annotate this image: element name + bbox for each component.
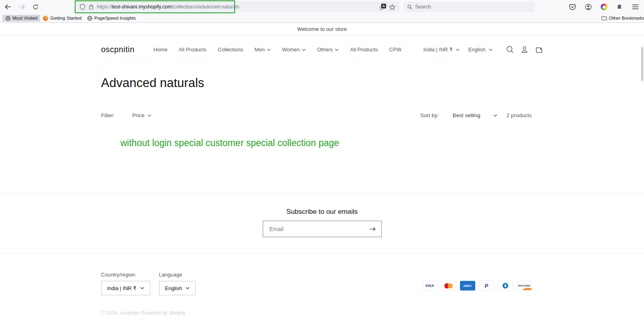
lock-icon — [89, 4, 94, 10]
bookmark-pagespeed-insights[interactable]: PageSpeed Insights — [84, 15, 139, 22]
chevron-down-icon — [335, 49, 339, 51]
email-field[interactable] — [263, 221, 382, 237]
clipped-copyright-text: © 2024, oscpnitin Powered by Shopify — [101, 310, 543, 316]
pocket-icon[interactable] — [567, 1, 578, 12]
globe-icon — [87, 16, 92, 21]
browser-search-bar[interactable] — [404, 2, 534, 12]
filter-label: Filter: — [101, 112, 115, 118]
product-count: 2 products — [506, 112, 532, 118]
reload-icon[interactable] — [30, 1, 41, 12]
filter-price[interactable]: Price — [132, 112, 151, 118]
bookmark-star-icon[interactable] — [389, 4, 395, 10]
firefox-icon — [43, 16, 48, 21]
shield-icon — [80, 4, 86, 10]
store-search-icon[interactable] — [506, 46, 514, 53]
search-icon — [407, 4, 412, 10]
url-bar[interactable]: https://test-shivani.myshopify.com/colle… — [76, 1, 399, 12]
chevron-down-icon — [147, 114, 151, 117]
folder-icon — [601, 16, 607, 20]
sort-by-label: Sort by: — [420, 112, 439, 118]
chevron-down-icon — [456, 49, 460, 51]
footer-language-selector[interactable]: English — [159, 281, 196, 295]
nav-collections[interactable]: Collections — [212, 44, 249, 55]
translate-icon[interactable]: 文A — [380, 4, 386, 10]
paypal-icon: P — [479, 281, 494, 291]
discover-icon: DISCOVER — [517, 281, 532, 291]
url-text: https://test-shivani.myshopify.com/colle… — [97, 4, 239, 10]
store-footer: Country/region India | INR ₹ Language En… — [101, 253, 543, 316]
chevron-down-icon — [186, 287, 190, 289]
gear-icon — [5, 16, 10, 21]
sort-select[interactable]: Best selling — [452, 112, 497, 118]
nav-all-products[interactable]: All Products — [173, 44, 212, 55]
header-language-selector[interactable]: English — [468, 47, 493, 53]
account-icon[interactable] — [583, 1, 594, 12]
arrow-right-icon — [370, 227, 376, 231]
extensions-icon[interactable] — [614, 1, 625, 12]
chevron-down-icon — [140, 287, 144, 289]
other-bookmarks-label: Other Bookmarks — [609, 16, 644, 20]
chevron-down-icon — [267, 49, 271, 51]
extension-colorwheel-icon[interactable] — [598, 1, 609, 12]
collection-title: Advanced naturals — [101, 75, 543, 91]
visa-icon: VISA — [422, 281, 438, 291]
announcement-bar: Welcome to our store — [0, 23, 644, 35]
header-country-selector[interactable]: India | INR ₹ — [423, 47, 460, 53]
bookmark-label: Getting Started — [50, 16, 81, 20]
browser-search-input[interactable] — [415, 4, 531, 10]
nav-women[interactable]: Women — [276, 44, 312, 55]
bookmark-label: Most Visited — [12, 16, 37, 20]
chevron-down-icon — [302, 49, 306, 51]
newsletter-section: Subscribe to our emails — [0, 194, 644, 253]
bookmark-most-visited[interactable]: Most Visited — [2, 15, 40, 22]
amex-icon: AMEX — [460, 281, 475, 291]
store-cart-icon[interactable] — [535, 46, 543, 53]
newsletter-submit-button[interactable] — [365, 222, 380, 236]
scrollbar-thumb[interactable] — [641, 47, 643, 81]
chevron-down-icon — [489, 49, 493, 51]
filter-sort-bar: Filter: Price Sort by: Best selling 2 pr… — [101, 112, 543, 118]
forward-icon[interactable] — [16, 1, 27, 12]
back-icon[interactable] — [2, 1, 14, 12]
store-account-icon[interactable] — [521, 46, 528, 53]
language-label: Language — [159, 272, 196, 278]
nav-cpw[interactable]: CPW — [384, 44, 407, 55]
newsletter-heading: Subscribe to our emails — [0, 207, 644, 216]
mastercard-icon — [441, 281, 456, 291]
nav-all-products-2[interactable]: All Products — [344, 44, 383, 55]
store-logo[interactable]: oscpnitin — [101, 45, 135, 54]
menu-icon[interactable] — [630, 1, 641, 12]
bookmark-label: PageSpeed Insights — [94, 16, 136, 20]
diners-club-icon — [498, 281, 513, 291]
announcement-text: Welcome to our store — [297, 26, 347, 32]
chevron-down-icon — [493, 114, 497, 117]
store-page: Welcome to our store oscpnitin Home All … — [0, 23, 644, 319]
nav-men[interactable]: Men — [249, 44, 276, 55]
store-header: oscpnitin Home All Products Collections … — [0, 35, 644, 64]
nav-home[interactable]: Home — [148, 44, 173, 55]
country-region-label: Country/region — [101, 272, 150, 278]
collection-annotation-text: without login special customer special c… — [101, 137, 543, 148]
bookmarks-bar: Most Visited Getting Started PageSpeed I… — [0, 14, 644, 23]
bookmark-getting-started[interactable]: Getting Started — [40, 15, 84, 22]
footer-country-selector[interactable]: India | INR ₹ — [101, 281, 150, 295]
main-nav: Home All Products Collections Men Women … — [148, 44, 407, 55]
nav-others[interactable]: Others — [311, 44, 344, 55]
browser-toolbar: https://test-shivani.myshopify.com/colle… — [0, 0, 644, 14]
payment-methods: VISA AMEX P DISCOVER — [422, 281, 532, 291]
other-bookmarks[interactable]: Other Bookmarks — [601, 16, 644, 20]
